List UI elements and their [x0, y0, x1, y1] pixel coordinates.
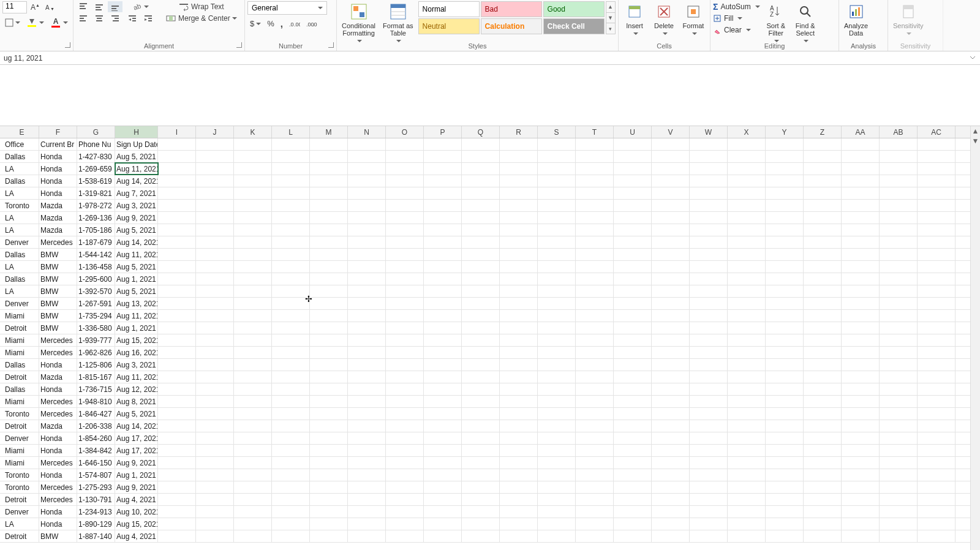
cell[interactable] [728, 432, 766, 444]
cell[interactable] [386, 187, 424, 199]
cell[interactable]: 1-384-842 [77, 445, 115, 456]
cell[interactable] [386, 334, 424, 346]
spreadsheet[interactable]: EFGHIJKLMNOPQRSTUVWXYZAAABAC OfficeCurre… [0, 126, 980, 550]
cell[interactable] [652, 224, 690, 236]
cell[interactable] [842, 151, 880, 162]
cell[interactable] [196, 285, 234, 297]
cell[interactable] [424, 236, 462, 248]
cell[interactable] [766, 310, 804, 322]
cell[interactable] [196, 151, 234, 162]
cell[interactable] [652, 212, 690, 224]
cell[interactable] [880, 506, 918, 518]
cell[interactable] [158, 396, 196, 407]
cell[interactable] [766, 273, 804, 285]
cell[interactable] [272, 383, 310, 395]
cell[interactable] [538, 420, 576, 432]
cell[interactable]: Aug 1, 2021 [115, 273, 158, 285]
cell[interactable] [158, 187, 196, 199]
cell[interactable] [538, 273, 576, 285]
cell[interactable] [348, 151, 386, 162]
cell[interactable] [842, 310, 880, 322]
cell[interactable] [538, 322, 576, 334]
cell[interactable] [500, 200, 538, 211]
cell[interactable] [918, 310, 956, 322]
cell[interactable] [880, 285, 918, 297]
cell[interactable] [652, 347, 690, 358]
cell[interactable] [690, 371, 728, 383]
cell[interactable] [804, 506, 842, 518]
decrease-decimal-button[interactable]: .00.0 [304, 18, 320, 29]
cell[interactable] [728, 396, 766, 407]
cell[interactable] [310, 224, 348, 236]
cell[interactable] [728, 518, 766, 530]
cell[interactable] [462, 151, 500, 162]
cell[interactable] [310, 494, 348, 505]
cell[interactable]: Miami [0, 334, 39, 346]
cell[interactable] [804, 383, 842, 395]
cell[interactable] [576, 249, 614, 260]
cell[interactable] [918, 457, 956, 469]
cell[interactable] [462, 396, 500, 407]
cell[interactable] [652, 273, 690, 285]
cell[interactable] [690, 249, 728, 260]
number-format-select[interactable]: General [247, 1, 327, 15]
cell[interactable] [804, 494, 842, 505]
table-row[interactable]: MiamiMercedes1-939-777Aug 15, 2021 [0, 334, 980, 347]
cell[interactable] [690, 200, 728, 211]
cell[interactable] [576, 469, 614, 481]
table-row[interactable]: MiamiBMW1-735-294Aug 11, 2021 [0, 310, 980, 322]
cell[interactable] [842, 359, 880, 371]
cell[interactable] [842, 224, 880, 236]
cell[interactable] [880, 457, 918, 469]
cell[interactable]: Detroit [0, 322, 39, 334]
cell[interactable]: Aug 5, 2021 [115, 408, 158, 420]
cell[interactable] [234, 163, 272, 175]
cell[interactable]: Aug 11, 2021 [115, 163, 158, 175]
cell[interactable] [918, 285, 956, 297]
cell[interactable] [158, 212, 196, 224]
cell[interactable] [766, 506, 804, 518]
align-bottom-button[interactable] [108, 1, 123, 12]
cell[interactable] [880, 249, 918, 260]
cell[interactable] [728, 163, 766, 175]
cell[interactable] [538, 432, 576, 444]
cell[interactable] [462, 371, 500, 383]
format-as-table-button[interactable]: Format asTable [380, 1, 416, 47]
cell[interactable] [234, 530, 272, 542]
cell[interactable] [614, 457, 652, 469]
cell[interactable] [576, 457, 614, 469]
cell[interactable]: BMW [39, 530, 77, 542]
cell[interactable] [158, 322, 196, 334]
cell[interactable] [348, 359, 386, 371]
cell[interactable] [310, 249, 348, 260]
cell[interactable] [196, 200, 234, 211]
cell[interactable] [728, 347, 766, 358]
cell[interactable] [158, 494, 196, 505]
cell[interactable] [652, 200, 690, 211]
cell[interactable] [386, 175, 424, 187]
cell[interactable] [880, 236, 918, 248]
column-header-U[interactable]: U [614, 126, 652, 138]
cell[interactable] [576, 285, 614, 297]
cell[interactable]: Mazda [39, 224, 77, 236]
cell[interactable] [538, 506, 576, 518]
cell[interactable] [462, 334, 500, 346]
cell[interactable] [728, 383, 766, 395]
cell[interactable] [234, 371, 272, 383]
cell[interactable] [728, 200, 766, 211]
cell[interactable] [842, 481, 880, 493]
cell[interactable] [424, 224, 462, 236]
cell[interactable] [804, 518, 842, 530]
cell[interactable] [310, 310, 348, 322]
cell[interactable] [500, 322, 538, 334]
cell[interactable]: Toronto [0, 408, 39, 420]
cell[interactable] [880, 298, 918, 309]
cell[interactable] [538, 285, 576, 297]
cell[interactable] [918, 175, 956, 187]
cell[interactable]: 1-544-142 [77, 249, 115, 260]
cell[interactable] [766, 236, 804, 248]
cell[interactable]: Mercedes [39, 494, 77, 505]
cell[interactable]: Current Br [39, 138, 77, 150]
cell[interactable] [842, 138, 880, 150]
cell[interactable] [614, 322, 652, 334]
